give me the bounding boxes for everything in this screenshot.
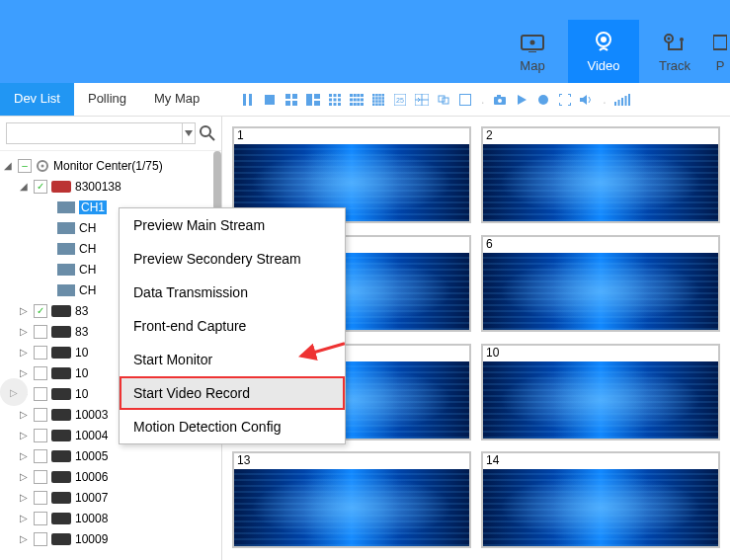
checkbox[interactable] (34, 429, 47, 442)
svg-rect-25 (329, 103, 332, 106)
expand-knob[interactable]: ▷ (0, 378, 28, 406)
pause-icon[interactable] (240, 92, 256, 108)
tree-root[interactable]: ◢ – Monitor Center(1/75) (0, 155, 221, 176)
tree-item[interactable]: ▷10006 (0, 466, 221, 487)
device-icon (51, 367, 71, 379)
tree-device[interactable]: ◢ ✓ 8300138 (0, 176, 221, 197)
tab-track[interactable]: Track (639, 20, 710, 83)
fullscreen-icon[interactable] (557, 92, 573, 108)
video-cell[interactable]: 6 (481, 235, 720, 332)
device-icon (51, 513, 71, 524)
search-button[interactable] (200, 122, 215, 144)
tab-map[interactable]: Map (497, 20, 568, 83)
grid25-icon[interactable]: 25 (392, 92, 408, 108)
record-icon[interactable] (535, 92, 551, 108)
sidebar-tab-polling[interactable]: Polling (74, 83, 140, 116)
checkbox[interactable] (34, 346, 47, 360)
grid4-icon[interactable] (284, 92, 299, 108)
video-cell[interactable]: 14 (481, 451, 720, 548)
ctx-preview-main[interactable]: Preview Main Stream (120, 208, 345, 242)
sidebar-tab-devlist[interactable]: Dev List (0, 83, 74, 116)
signal-icon[interactable] (614, 92, 630, 108)
cell-number: 1 (234, 128, 247, 142)
screen1-icon[interactable] (457, 92, 473, 108)
ctx-start-video-record[interactable]: Start Video Record (120, 376, 345, 410)
expand-icon[interactable]: ▷ (18, 450, 30, 461)
video-cell[interactable]: 13 (232, 451, 471, 548)
tab-cut-label: P (716, 58, 725, 73)
tree-item[interactable]: ▷10007 (0, 487, 221, 508)
checkbox[interactable] (34, 325, 47, 339)
ctx-preview-secondary[interactable]: Preview Secondery Stream (120, 242, 345, 276)
expand-icon[interactable]: ▷ (18, 513, 30, 523)
checkbox[interactable] (34, 449, 47, 463)
collapse-icon[interactable]: ◢ (2, 160, 14, 171)
expand-icon[interactable]: ▷ (18, 326, 30, 337)
grid9-icon[interactable] (327, 92, 343, 108)
sidebar-tab-mymap[interactable]: My Map (140, 83, 213, 116)
expand-icon[interactable]: ▷ (18, 305, 30, 316)
video-toolbar: 25 . . (222, 83, 630, 116)
tree-item[interactable]: ▷10009 (0, 528, 221, 549)
checkbox[interactable]: ✓ (34, 304, 47, 318)
expand-icon[interactable]: ▷ (18, 492, 30, 503)
checkbox[interactable] (34, 491, 47, 505)
camera-icon[interactable] (492, 92, 508, 108)
tree-channel-label: CH (79, 263, 96, 277)
ctx-start-monitor[interactable]: Start Monitor (120, 343, 345, 376)
separator: . (603, 93, 606, 107)
tree-channel-label: CH (79, 283, 96, 297)
svg-rect-61 (439, 96, 445, 102)
checkbox[interactable] (34, 366, 47, 380)
volume-icon[interactable] (579, 92, 595, 108)
ctx-data-transmission[interactable]: Data Transmission (120, 276, 345, 309)
tree-item-label: 83 (75, 304, 88, 318)
checkbox[interactable] (34, 408, 47, 422)
expand-icon[interactable]: ▷ (18, 471, 30, 482)
video-cell[interactable]: 2 (481, 126, 720, 223)
svg-point-7 (680, 38, 684, 41)
tab-cut[interactable]: P (710, 20, 730, 83)
checkbox[interactable] (34, 512, 47, 525)
checkbox[interactable]: ✓ (34, 180, 47, 194)
separator: . (481, 93, 484, 107)
play-icon[interactable] (514, 92, 529, 108)
video-cell[interactable]: 10 (481, 344, 720, 440)
checkbox[interactable] (34, 387, 47, 401)
checkbox[interactable] (34, 532, 47, 546)
svg-rect-22 (329, 98, 332, 101)
video-icon (590, 31, 617, 54)
ctx-frontend-capture[interactable]: Front-end Capture (120, 309, 345, 343)
grid12-icon[interactable] (349, 92, 365, 108)
expand-icon[interactable]: ▷ (18, 347, 30, 358)
grid16-icon[interactable] (370, 92, 386, 108)
expand-icon[interactable]: ▷ (18, 430, 30, 440)
search-input[interactable] (6, 122, 183, 144)
svg-rect-18 (314, 101, 320, 106)
expand-icon[interactable]: ▷ (18, 533, 30, 544)
grid6-icon[interactable] (305, 92, 321, 108)
tree-device-label: 8300138 (75, 180, 122, 194)
collapse-icon[interactable]: ◢ (18, 181, 30, 192)
svg-rect-27 (338, 103, 341, 106)
svg-rect-21 (338, 94, 341, 97)
search-dropdown-button[interactable] (183, 122, 196, 144)
svg-rect-65 (497, 95, 501, 98)
tree-item[interactable]: ▷10005 (0, 445, 221, 466)
svg-rect-55 (382, 103, 385, 106)
scrollbar-thumb[interactable] (213, 151, 221, 210)
checkbox[interactable] (34, 470, 47, 484)
expand-icon[interactable]: ▷ (18, 409, 30, 420)
svg-rect-53 (375, 103, 378, 106)
stop-icon[interactable] (262, 92, 278, 108)
swap-icon[interactable] (436, 92, 451, 108)
svg-point-6 (668, 37, 671, 40)
gridwide-icon[interactable] (414, 92, 430, 108)
tab-video[interactable]: Video (568, 20, 639, 83)
tree-item[interactable]: ▷10008 (0, 508, 221, 528)
expand-icon[interactable]: ▷ (18, 367, 30, 378)
ctx-motion-detection[interactable]: Motion Detection Config (120, 410, 345, 443)
search-row (0, 117, 221, 151)
svg-rect-50 (378, 100, 381, 103)
checkbox[interactable]: – (18, 159, 32, 173)
